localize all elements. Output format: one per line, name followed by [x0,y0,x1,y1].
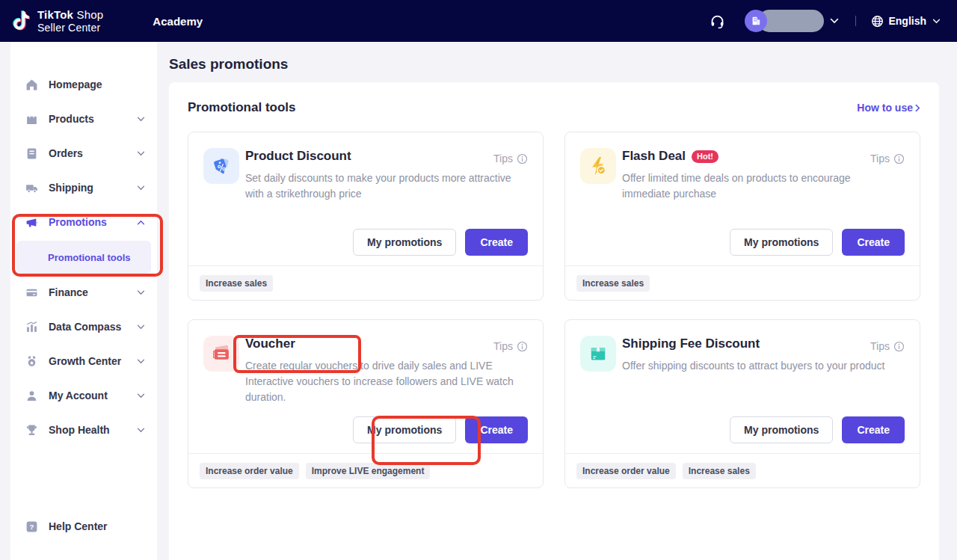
how-to-use-link[interactable]: How to use [857,102,920,114]
nav-academy[interactable]: Academy [153,15,203,28]
chevron-down-icon [137,428,145,433]
chevron-up-icon [137,220,145,225]
sidebar-item-my-account[interactable]: My Account [10,378,157,413]
tag: Increase sales [576,275,650,292]
card-tags: Increase sales [565,265,920,300]
shop-name-redacted [758,10,824,32]
card-description: Create regular vouchers to drive daily s… [245,358,528,405]
card-tags: Increase order value Improve LIVE engage… [188,453,543,487]
logo-text: TikTok Shop Seller Center [37,8,103,34]
shipping-fee-discount-icon [580,336,616,372]
tag: Increase sales [200,275,273,292]
create-button[interactable]: Create [842,416,905,443]
chevron-down-icon [932,19,941,24]
info-icon [517,153,528,164]
main-content: Sales promotions Promotional tools How t… [169,42,939,560]
sidebar-item-growth-center[interactable]: Growth Center [10,344,157,378]
chevron-down-icon [137,324,145,330]
svg-text:?: ? [30,523,34,531]
tag: Increase order value [576,463,676,479]
tag: Increase sales [683,463,756,479]
sidebar-item-homepage[interactable]: Homepage [10,67,157,102]
sidebar-item-help-center[interactable]: ? Help Center [10,509,157,544]
cards-grid: Product Discount Set daily discounts to … [188,132,920,488]
card-flash-deal: Flash Deal Hot! Offer limited time deals… [564,132,920,301]
page-title: Sales promotions [169,56,939,73]
card-title: Shipping Fee Discount [622,336,760,351]
truck-icon [25,182,38,194]
person-icon [25,390,38,402]
credit-card-icon [25,286,38,299]
sidebar-item-shop-health[interactable]: Shop Health [10,413,157,447]
sidebar-item-data-compass[interactable]: Data Compass [10,310,157,344]
chevron-down-icon [830,18,839,24]
sidebar-item-promotions[interactable]: Promotions [10,205,157,239]
chevron-down-icon [137,359,145,364]
chevron-down-icon [137,185,145,191]
tag: Increase order value [200,463,299,479]
bar-chart-icon [25,321,38,333]
chevron-down-icon [137,393,145,399]
globe-icon [871,15,884,28]
tips-link[interactable]: Tips [870,153,905,164]
product-discount-icon [203,148,239,184]
card-title: Voucher [245,336,295,351]
card-shipping-fee-discount: Shipping Fee Discount Offer shipping dis… [564,319,920,488]
tips-link[interactable]: Tips [493,340,528,352]
my-promotions-button[interactable]: My promotions [730,229,833,256]
card-tags: Increase order value Increase sales [565,453,920,487]
account-menu[interactable] [745,10,839,32]
card-title: Flash Deal [622,149,686,164]
hot-badge: Hot! [692,150,718,163]
topbar: TikTok Shop Seller Center Academy [0,0,957,42]
promotional-tools-panel: Promotional tools How to use [169,82,939,560]
tiktok-note-icon [10,9,31,33]
medal-icon [25,355,38,368]
my-promotions-button[interactable]: My promotions [353,416,456,443]
order-document-icon [25,147,38,160]
chevron-down-icon [137,151,145,156]
sidebar-item-products[interactable]: Products [10,102,157,136]
shopping-bag-icon [25,113,38,126]
card-tags: Increase sales [188,265,543,300]
home-icon [25,79,38,91]
trophy-icon [25,424,38,437]
topbar-right: English [710,10,957,32]
topbar-divider [855,16,856,26]
sidebar-item-finance[interactable]: Finance [10,275,157,310]
card-description: Offer shipping discounts to attract buye… [622,358,905,374]
info-icon [517,341,528,352]
info-icon [893,341,905,352]
my-promotions-button[interactable]: My promotions [353,229,456,256]
create-button[interactable]: Create [465,416,528,443]
sidebar-item-orders[interactable]: Orders [10,136,157,170]
card-title: Product Discount [245,149,351,164]
language-label: English [888,15,926,27]
tiktok-shop-logo[interactable]: TikTok Shop Seller Center [0,8,103,34]
create-button[interactable]: Create [842,229,905,256]
create-button[interactable]: Create [465,229,528,256]
card-description: Offer limited time deals on products to … [622,170,905,202]
tips-link[interactable]: Tips [493,153,528,164]
panel-title: Promotional tools [188,100,296,115]
tag: Improve LIVE engagement [306,463,431,479]
info-icon [893,153,905,164]
megaphone-icon [25,216,38,229]
card-product-discount: Product Discount Set daily discounts to … [188,132,544,301]
my-promotions-button[interactable]: My promotions [730,416,833,443]
voucher-icon [203,336,239,372]
card-description: Set daily discounts to make your product… [245,170,528,202]
tips-link[interactable]: Tips [870,340,905,352]
seller-center-app: TikTok Shop Seller Center Academy [0,0,957,560]
chevron-right-icon [915,104,920,112]
card-voucher: Voucher Create regular vouchers to drive… [188,319,544,488]
chevron-down-icon [137,117,145,122]
flash-deal-icon [580,148,616,184]
support-headset-icon[interactable] [710,13,725,29]
language-selector[interactable]: English [871,15,941,28]
chevron-down-icon [137,290,145,295]
question-icon: ? [25,520,38,533]
sidebar: Homepage Products Orders Shipping [10,42,157,560]
sidebar-item-shipping[interactable]: Shipping [10,170,157,205]
sidebar-subitem-promotional-tools[interactable]: Promotional tools [16,241,151,274]
